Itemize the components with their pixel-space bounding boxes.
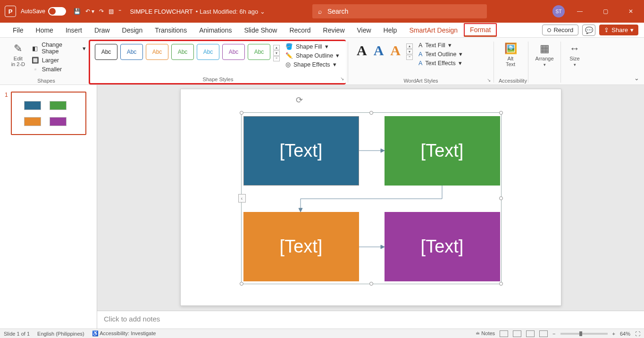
wordart-style-1[interactable]: A bbox=[357, 42, 367, 59]
slide-count[interactable]: Slide 1 of 1 bbox=[4, 331, 30, 337]
language-indicator[interactable]: English (Philippines) bbox=[37, 331, 84, 337]
close-button[interactable]: ✕ bbox=[620, 4, 641, 18]
slideshow-view-button[interactable] bbox=[539, 330, 548, 337]
wordart-style-2[interactable]: A bbox=[374, 42, 384, 59]
smartart-block-1[interactable]: [Text] bbox=[243, 116, 359, 186]
resize-handle[interactable] bbox=[369, 282, 373, 286]
shape-style-swatch-2[interactable]: Abc bbox=[120, 44, 143, 60]
text-outline-button[interactable]: AText Outline▾ bbox=[418, 51, 462, 58]
toggle-switch-icon[interactable] bbox=[48, 7, 66, 16]
shape-style-swatch-5[interactable]: Abc bbox=[197, 44, 219, 60]
shape-styles-launcher-icon[interactable]: ↘ bbox=[340, 76, 344, 81]
customize-qat-icon[interactable]: ⁼ bbox=[118, 8, 121, 15]
change-shape-button[interactable]: ◧Change Shape▾ bbox=[32, 42, 86, 55]
tab-insert[interactable]: Insert bbox=[59, 24, 88, 37]
shape-styles-gallery[interactable]: AbcAbcAbcAbcAbcAbcAbc bbox=[93, 41, 270, 60]
undo-icon[interactable]: ↶ ▾ bbox=[85, 8, 94, 15]
gallery-more-icon[interactable]: ⁼ bbox=[273, 56, 280, 61]
connector-arrow-icon bbox=[359, 242, 385, 252]
save-icon[interactable]: 💾 bbox=[74, 8, 81, 15]
tab-view[interactable]: View bbox=[351, 24, 377, 37]
user-avatar[interactable]: ST bbox=[552, 5, 565, 17]
smaller-button[interactable]: ▫️Smaller bbox=[32, 66, 86, 73]
alt-text-button[interactable]: 🖼️Alt Text bbox=[499, 40, 522, 67]
larger-button[interactable]: 🔲Larger bbox=[32, 57, 86, 64]
smartart-block-4[interactable]: [Text] bbox=[385, 212, 500, 281]
shape-style-swatch-7[interactable]: Abc bbox=[248, 44, 270, 60]
scroll-down-icon[interactable]: ▾ bbox=[406, 49, 413, 54]
resize-handle[interactable] bbox=[240, 282, 243, 286]
edit-in-2d-button[interactable]: ✎ Edit in 2-D bbox=[7, 40, 30, 67]
rotate-handle-icon[interactable]: ⟳ bbox=[296, 95, 303, 105]
group-shapes: ✎ Edit in 2-D ◧Change Shape▾ 🔲Larger ▫️S… bbox=[4, 40, 89, 84]
gallery-more-icon[interactable]: ⁼ bbox=[406, 55, 413, 60]
text-fill-button[interactable]: AText Fill▾ bbox=[418, 42, 462, 49]
normal-view-button[interactable] bbox=[500, 330, 508, 337]
zoom-out-button[interactable]: − bbox=[552, 331, 555, 337]
notes-placeholder: Click to add notes bbox=[104, 315, 160, 323]
shape-effects-button[interactable]: ◎Shape Effects▾ bbox=[285, 61, 339, 68]
tab-animations[interactable]: Animations bbox=[193, 24, 238, 37]
zoom-in-button[interactable]: + bbox=[612, 331, 615, 337]
text-pane-toggle[interactable]: ‹ bbox=[238, 194, 246, 203]
share-button[interactable]: ⇪Share▾ bbox=[599, 25, 638, 35]
collapse-ribbon-icon[interactable]: ⌄ bbox=[634, 75, 639, 82]
present-icon[interactable]: ▧ bbox=[109, 8, 114, 15]
slide-thumbnail-1[interactable] bbox=[11, 92, 86, 135]
accessibility-checker[interactable]: ♿ Accessibility: Investigate bbox=[92, 330, 156, 337]
wordart-style-3[interactable]: A bbox=[390, 42, 401, 59]
tab-design[interactable]: Design bbox=[116, 24, 149, 37]
autosave-toggle[interactable]: AutoSave bbox=[21, 7, 66, 16]
search-icon: ⌕ bbox=[318, 8, 322, 15]
maximize-button[interactable]: ▢ bbox=[595, 4, 616, 18]
resize-handle[interactable] bbox=[240, 111, 243, 115]
minimize-button[interactable]: — bbox=[569, 4, 590, 18]
zoom-slider[interactable] bbox=[560, 333, 608, 335]
smartart-block-2[interactable]: [Text] bbox=[385, 116, 500, 186]
redo-icon[interactable]: ↷ bbox=[99, 8, 104, 15]
size-button[interactable]: ↔Size▾ bbox=[566, 40, 584, 67]
tab-draw[interactable]: Draw bbox=[88, 24, 116, 37]
shape-style-swatch-6[interactable]: Abc bbox=[222, 44, 245, 60]
resize-handle[interactable] bbox=[499, 111, 503, 115]
tab-transitions[interactable]: Transitions bbox=[149, 24, 193, 37]
shape-style-swatch-3[interactable]: Abc bbox=[146, 44, 168, 60]
group-shape-styles: AbcAbcAbcAbcAbcAbcAbc ▴ ▾ ⁼ 🪣Shape Fill▾… bbox=[89, 40, 346, 84]
tab-smartart-design[interactable]: SmartArt Design bbox=[403, 24, 464, 37]
tab-help[interactable]: Help bbox=[377, 24, 403, 37]
tab-file[interactable]: File bbox=[7, 24, 30, 37]
wordart-gallery-scroller[interactable]: ▴ ▾ ⁼ bbox=[406, 43, 413, 60]
tab-record[interactable]: Record bbox=[283, 24, 317, 37]
smartart-block-3[interactable]: [Text] bbox=[243, 212, 359, 281]
slide-canvas[interactable]: ⟳ ‹ [Text] [Text] [Text] [Text] bbox=[97, 85, 644, 311]
resize-handle[interactable] bbox=[499, 282, 503, 286]
scroll-up-icon[interactable]: ▴ bbox=[273, 45, 280, 50]
shape-style-swatch-1[interactable]: Abc bbox=[95, 44, 117, 60]
last-modified[interactable]: • Last Modified: 6h ago ⌄ bbox=[196, 8, 265, 15]
tab-slideshow[interactable]: Slide Show bbox=[238, 24, 283, 37]
gallery-scroller[interactable]: ▴ ▾ ⁼ bbox=[273, 45, 280, 61]
wordart-gallery[interactable]: A A A bbox=[353, 40, 403, 59]
wordart-launcher-icon[interactable]: ↘ bbox=[487, 77, 491, 83]
tab-format[interactable]: Format bbox=[464, 23, 497, 37]
comments-button[interactable]: 💬 bbox=[582, 25, 595, 36]
notes-pane[interactable]: Click to add notes bbox=[97, 311, 644, 329]
shape-outline-button[interactable]: ✏️Shape Outline▾ bbox=[285, 52, 339, 59]
notes-toggle[interactable]: ≐ Notes bbox=[476, 330, 495, 337]
search-box[interactable]: ⌕ Search bbox=[312, 4, 487, 18]
scroll-down-icon[interactable]: ▾ bbox=[273, 51, 280, 56]
resize-handle[interactable] bbox=[499, 196, 503, 200]
tab-home[interactable]: Home bbox=[30, 24, 59, 37]
zoom-percent[interactable]: 64% bbox=[620, 331, 630, 337]
fit-to-window-button[interactable]: ⛶ bbox=[635, 331, 640, 337]
shape-style-swatch-4[interactable]: Abc bbox=[171, 44, 194, 60]
reading-view-button[interactable] bbox=[526, 330, 535, 337]
record-button[interactable]: Record bbox=[542, 25, 578, 35]
arrange-button[interactable]: ▦Arrange▾ bbox=[533, 40, 556, 67]
shape-fill-button[interactable]: 🪣Shape Fill▾ bbox=[285, 43, 339, 50]
tab-review[interactable]: Review bbox=[317, 24, 351, 37]
scroll-up-icon[interactable]: ▴ bbox=[406, 43, 413, 49]
slide-sorter-view-button[interactable] bbox=[513, 330, 521, 337]
resize-handle[interactable] bbox=[369, 111, 373, 115]
text-effects-button[interactable]: AText Effects▾ bbox=[418, 59, 462, 67]
